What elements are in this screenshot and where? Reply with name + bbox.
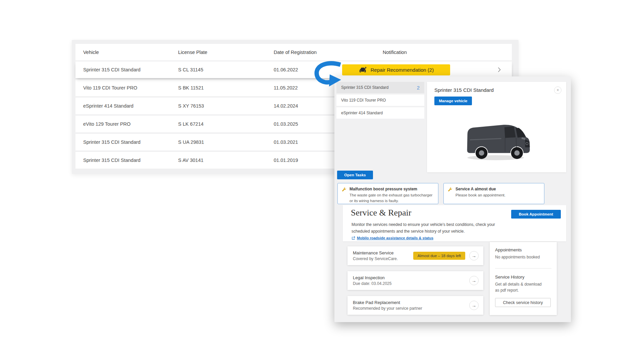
car-repair-icon bbox=[359, 66, 367, 73]
sidebar-item-vehicle[interactable]: eSprinter 414 Standard bbox=[336, 107, 424, 119]
van-image bbox=[461, 117, 533, 164]
arrow-right-icon[interactable]: → bbox=[469, 251, 479, 260]
cell-date: 01.03.2021 bbox=[274, 139, 334, 145]
column-header-notification: Notification bbox=[334, 50, 486, 55]
manage-vehicle-button[interactable]: Manage vehicle bbox=[434, 97, 472, 105]
service-card-title: Brake Pad Replacement bbox=[353, 300, 422, 305]
appointments-title: Appointments bbox=[495, 247, 551, 252]
table-row[interactable]: Sprinter 315 CDI Standard S CL 31145 01.… bbox=[75, 61, 512, 78]
appointments-history-card: Appointments No appointments booked Serv… bbox=[490, 242, 557, 315]
cell-license-plate: S AV 30141 bbox=[178, 158, 274, 163]
appointments-status: No appointments booked bbox=[495, 254, 551, 260]
task-body: The waste gate on the exhaust gas turboc… bbox=[350, 192, 435, 203]
wrench-icon bbox=[342, 187, 346, 192]
divider bbox=[495, 268, 551, 268]
vehicle-info-card: Sprinter 315 CDI Standard Manage vehicle… bbox=[427, 82, 566, 172]
task-card[interactable]: Service A almost due Please book an appo… bbox=[443, 183, 544, 204]
cell-license-plate: S UA 29831 bbox=[178, 139, 274, 145]
wrench-icon bbox=[448, 187, 452, 192]
task-count-badge: 2 bbox=[417, 85, 420, 90]
fleet-management-screen: Vehicle License Plate Date of Registrati… bbox=[0, 0, 644, 362]
service-card-brake-pad[interactable]: Brake Pad Replacement Recommended by you… bbox=[347, 296, 483, 315]
check-service-history-button[interactable]: Check service history bbox=[495, 298, 551, 307]
repair-recommendation-button[interactable]: Repair Recommendation (2) bbox=[342, 64, 450, 75]
repair-recommendation-label: Repair Recommendation (2) bbox=[371, 67, 434, 73]
cell-license-plate: S CL 31145 bbox=[178, 67, 274, 72]
external-link-icon bbox=[352, 236, 355, 240]
arrow-right-icon[interactable]: → bbox=[469, 301, 479, 310]
task-body: Please book an appointment. bbox=[455, 192, 505, 198]
vehicle-item-label: Sprinter 315 CDI Standard bbox=[341, 85, 388, 90]
cell-date: 14.02.2024 bbox=[274, 103, 334, 109]
task-title: Service A almost due bbox=[455, 187, 505, 191]
table-header-row: Vehicle License Plate Date of Registrati… bbox=[75, 44, 512, 61]
curved-arrow-icon bbox=[314, 60, 347, 89]
cell-vehicle: Sprinter 315 CDI Standard bbox=[75, 139, 178, 145]
arrow-right-icon[interactable]: → bbox=[469, 276, 479, 285]
open-tasks-button[interactable]: Open Tasks bbox=[337, 171, 373, 179]
service-card-legal-inspection[interactable]: Legal Inspection Due date: 03.04.2025 → bbox=[347, 271, 483, 290]
service-card-subtitle: Covered by ServiceCare. bbox=[353, 256, 398, 261]
column-header-license-plate: License Plate bbox=[178, 50, 274, 55]
service-history-title: Service History bbox=[495, 275, 551, 280]
mobilo-link[interactable]: Mobilo roadside assistance details & sta… bbox=[352, 236, 433, 240]
column-header-vehicle: Vehicle bbox=[75, 50, 178, 55]
service-card-title: Maintenance Service bbox=[353, 250, 398, 255]
service-card-subtitle: Due date: 03.04.2025 bbox=[353, 281, 391, 286]
service-history-text: Get all details & download as pdf report… bbox=[495, 281, 545, 293]
vehicle-item-label: eSprinter 414 Standard bbox=[341, 111, 383, 115]
task-title: Malfunction boost pressure system bbox=[350, 187, 435, 191]
service-card-title: Legal Inspection bbox=[353, 275, 391, 280]
service-card-maintenance[interactable]: Maintenance Service Covered by ServiceCa… bbox=[347, 246, 483, 265]
cell-vehicle: Vito 119 CDI Tourer PRO bbox=[75, 85, 178, 90]
sidebar-item-vehicle[interactable]: Sprinter 315 CDI Standard 2 bbox=[336, 82, 424, 93]
cell-vehicle: eVito 129 Tourer PRO bbox=[75, 121, 178, 127]
due-status-badge: Almost due – 18 days left bbox=[413, 252, 465, 260]
service-repair-title: Service & Repair bbox=[351, 208, 412, 218]
service-repair-panel: Service & Repair Monitor the services ne… bbox=[343, 205, 566, 241]
cell-vehicle: Sprinter 315 CDI Standard bbox=[75, 67, 178, 72]
mobilo-link-label: Mobilo roadside assistance details & sta… bbox=[357, 236, 433, 240]
cell-license-plate: S LK 67214 bbox=[178, 121, 274, 127]
cell-vehicle: eSprinter 414 Standard bbox=[75, 103, 178, 109]
vehicle-title: Sprinter 315 CDI Standard bbox=[434, 87, 494, 93]
cell-vehicle: Sprinter 315 CDI Standard bbox=[75, 158, 178, 163]
column-header-date: Date of Registration bbox=[274, 50, 334, 55]
close-icon[interactable]: × bbox=[554, 86, 561, 94]
service-repair-description: Monitor the services needed to ensure yo… bbox=[352, 221, 509, 235]
sidebar-item-vehicle[interactable]: Vito 119 CDI Tourer PRO bbox=[336, 95, 424, 106]
vehicle-item-label: Vito 119 CDI Tourer PRO bbox=[341, 98, 386, 103]
chevron-right-icon[interactable] bbox=[486, 67, 512, 72]
cell-date: 01.01.2019 bbox=[274, 158, 334, 163]
cell-license-plate: S BK 11521 bbox=[178, 85, 274, 90]
vehicle-detail-overlay: Sprinter 315 CDI Standard 2 Vito 119 CDI… bbox=[334, 76, 571, 322]
book-appointment-button[interactable]: Book Appointment bbox=[511, 210, 561, 219]
task-card[interactable]: Malfunction boost pressure system The wa… bbox=[337, 183, 438, 204]
service-card-subtitle: Recommended by your service partner bbox=[353, 306, 422, 311]
cell-license-plate: S XY 76153 bbox=[178, 103, 274, 109]
cell-date: 01.03.2025 bbox=[274, 121, 334, 127]
